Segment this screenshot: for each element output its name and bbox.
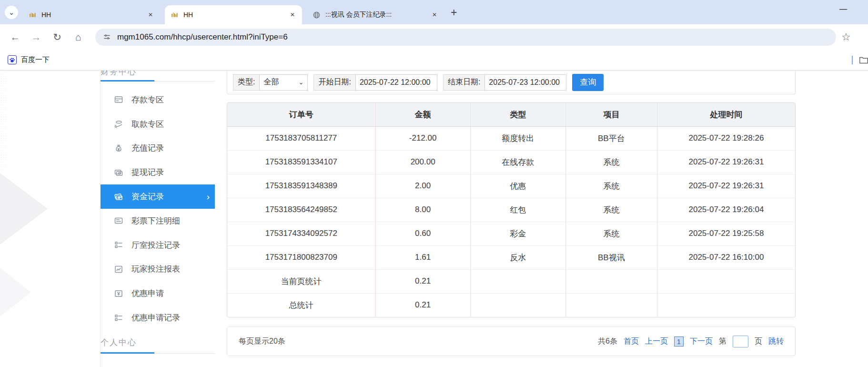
sidebar-item-玩家投注报表[interactable]: 玩家投注报表 — [101, 257, 215, 282]
withdraw-hand-icon — [114, 119, 123, 129]
jump-prefix: 第 — [719, 336, 727, 347]
table-cell: 额度转出 — [470, 126, 565, 150]
table-cell — [565, 269, 657, 293]
home-icon[interactable]: ⌂ — [68, 31, 89, 43]
minimize-button[interactable]: — — [839, 5, 847, 13]
type-select[interactable]: 全部 ⌄ — [259, 74, 308, 91]
jump-page-input[interactable] — [733, 336, 748, 347]
sidebar: 财务中心 存款专区取款专区充值记录提现记录资金记录›彩票下注明细厅室投注记录玩家… — [100, 71, 215, 367]
sidebar-item-label: 优惠申请记录 — [131, 312, 180, 323]
column-header: 金额 — [375, 103, 470, 126]
sidebar-item-取款专区[interactable]: 取款专区 — [101, 112, 215, 136]
table-cell: 优惠 — [470, 174, 565, 198]
search-button[interactable]: 查询 — [572, 74, 604, 91]
promo-apply-icon — [114, 289, 123, 298]
tab-close-icon[interactable]: ✕ — [429, 10, 440, 20]
table-cell — [470, 293, 565, 317]
table-cell: 1753183591348389 — [227, 174, 375, 198]
sidebar-item-label: 优惠申请 — [131, 288, 164, 299]
table-cell: 系统 — [565, 150, 657, 174]
tab-title: :::视讯 会员下注纪录::: — [325, 10, 429, 19]
player-report-icon — [114, 265, 123, 274]
section-underline — [101, 80, 215, 82]
table-cell: 1753183705811277 — [227, 126, 375, 150]
sidebar-item-label: 充值记录 — [131, 143, 164, 153]
folder-icon[interactable] — [858, 55, 868, 67]
column-header: 订单号 — [227, 103, 375, 126]
sidebar-item-label: 资金记录 — [131, 191, 164, 202]
browser-window: ⌄ HH✕HH✕:::视讯 会员下注纪录:::✕ + — ← → ↻ ⌂ mgm… — [0, 0, 868, 367]
table-row: 总统计0.21 — [227, 293, 795, 317]
promo-record-icon — [114, 313, 123, 323]
site-settings-icon[interactable] — [103, 33, 111, 41]
back-icon[interactable]: ← — [5, 31, 26, 43]
background-texture — [0, 71, 8, 171]
jump-button[interactable]: 跳转 — [768, 336, 784, 347]
forward-icon[interactable]: → — [26, 31, 47, 43]
tab-close-icon[interactable]: ✕ — [145, 10, 156, 20]
table-cell: 2025-07-22 19:25:58 — [657, 222, 795, 245]
table-cell: 反水 — [470, 245, 565, 269]
bookmark-star-icon[interactable]: ☆ — [841, 31, 851, 43]
tab-search-button[interactable]: ⌄ — [5, 6, 18, 19]
deposit-card-icon — [114, 95, 123, 104]
reload-icon[interactable]: ↻ — [47, 31, 68, 43]
column-header: 项目 — [565, 103, 657, 126]
tabs-container: HH✕HH✕:::视讯 会员下注纪录:::✕ — [18, 5, 444, 24]
url-text[interactable]: mgm1065.com/hhcp/usercenter.html?iniType… — [117, 32, 288, 42]
table-cell: 1753171800823709 — [227, 245, 375, 269]
sidebar-item-充值记录[interactable]: 充值记录 — [101, 136, 215, 161]
sidebar-item-优惠申请记录[interactable]: 优惠申请记录 — [101, 306, 215, 330]
sidebar-item-资金记录[interactable]: 资金记录› — [101, 184, 215, 209]
table-cell: 红包 — [470, 198, 565, 222]
table-cell — [470, 269, 565, 293]
funds-record-icon — [114, 192, 123, 202]
table-cell: 系统 — [565, 174, 657, 198]
table-row: 17531835642498528.00红包系统2025-07-22 19:26… — [227, 198, 795, 222]
browser-tab[interactable]: :::视讯 会员下注纪录:::✕ — [307, 5, 444, 24]
sidebar-item-提现记录[interactable]: 提现记录 — [101, 160, 215, 184]
sidebar-item-优惠申请[interactable]: 优惠申请 — [101, 281, 215, 306]
sidebar-item-厅室投注记录[interactable]: 厅室投注记录 — [101, 233, 215, 257]
filter-bar: 类型: 全部 ⌄ 开始日期: 结束日期: 查询 — [227, 71, 796, 94]
table-row: 17531835913483892.00优惠系统2025-07-22 19:26… — [227, 174, 795, 198]
browser-tab[interactable]: HH✕ — [165, 5, 302, 24]
sidebar-item-彩票下注明细[interactable]: 彩票下注明细 — [101, 209, 215, 233]
table-cell: 200.00 — [375, 150, 470, 174]
hall-bet-list-icon — [114, 240, 123, 250]
table-cell: 1753174334092572 — [227, 222, 375, 245]
gold-bars-favicon — [29, 11, 37, 19]
decorative-triangle — [0, 256, 31, 328]
browser-tab[interactable]: HH✕ — [23, 5, 160, 24]
table-cell: -212.00 — [375, 126, 470, 150]
jump-suffix: 页 — [755, 336, 762, 347]
table-cell: 当前页统计 — [227, 269, 375, 293]
table-cell: 8.00 — [375, 198, 470, 222]
table-cell: 2025-07-22 19:26:31 — [657, 174, 795, 198]
section-underline — [101, 352, 215, 354]
table-cell: 2025-07-22 19:26:04 — [657, 198, 795, 222]
sidebar-item-存款专区[interactable]: 存款专区 — [101, 88, 215, 112]
address-bar[interactable]: mgm1065.com/hhcp/usercenter.html?iniType… — [95, 29, 836, 46]
tab-close-icon[interactable]: ✕ — [287, 10, 298, 20]
tab-title: HH — [183, 11, 287, 19]
chevron-down-icon: ⌄ — [299, 79, 304, 86]
current-page-badge[interactable]: 1 — [674, 336, 684, 347]
main-panel: 类型: 全部 ⌄ 开始日期: 结束日期: 查询 订单号金额类型项目处理时 — [227, 71, 796, 356]
bookmark-baidu[interactable]: 百度一下 — [8, 55, 50, 64]
prev-page-link[interactable]: 上一页 — [645, 336, 668, 347]
sidebar-section-finance: 财务中心 — [101, 71, 215, 77]
end-date-label: 结束日期: — [443, 74, 484, 91]
table-cell: 0.60 — [375, 222, 470, 245]
sidebar-item-label: 彩票下注明细 — [131, 215, 180, 226]
first-page-link[interactable]: 首页 — [624, 336, 639, 347]
next-page-link[interactable]: 下一页 — [690, 336, 713, 347]
total-count: 共6条 — [598, 336, 617, 347]
new-tab-button[interactable]: + — [451, 7, 457, 18]
pagination-bar: 每页显示20条 共6条 首页 上一页 1 下一页 第 页 跳转 — [227, 326, 796, 356]
sidebar-item-label: 提现记录 — [131, 167, 164, 178]
gold-bars-favicon — [171, 11, 179, 19]
end-date-input[interactable] — [484, 74, 566, 91]
start-date-input[interactable] — [355, 74, 437, 91]
section-title: 个人中心 — [101, 337, 215, 348]
